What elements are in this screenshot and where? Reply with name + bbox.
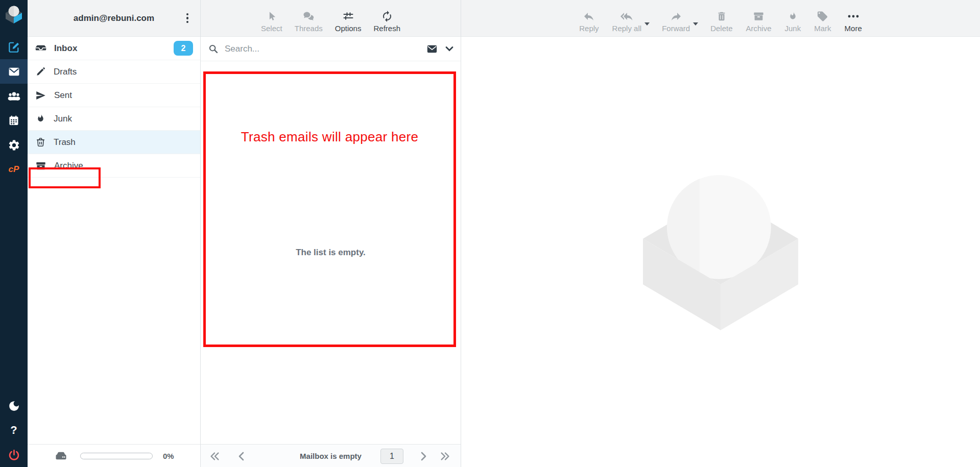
sidebar-item-cpanel[interactable]: cP <box>0 157 28 182</box>
chevron-down-icon <box>445 46 453 52</box>
folder-label: Inbox <box>54 43 77 54</box>
reply-icon <box>582 10 595 22</box>
select-button[interactable]: Select <box>261 10 282 33</box>
tool-label: Junk <box>785 24 801 33</box>
mail-toolbar: Reply Reply all Forward <box>461 0 980 37</box>
tool-label: Reply <box>579 24 599 33</box>
unread-count-badge: 2 <box>174 41 193 56</box>
mark-button[interactable]: Mark <box>814 10 831 33</box>
sidebar-item-logout[interactable] <box>0 443 28 467</box>
envelope-icon <box>426 43 438 55</box>
refresh-button[interactable]: Refresh <box>373 10 400 33</box>
folder-item-drafts[interactable]: Drafts <box>28 60 200 84</box>
quota-progressbar <box>80 453 153 459</box>
archive-icon <box>35 160 46 171</box>
list-toolbar: Select Threads Options <box>201 0 461 37</box>
tool-label: Reply all <box>612 24 642 33</box>
tool-label: Archive <box>746 24 772 33</box>
folder-label: Drafts <box>54 67 77 77</box>
delete-button[interactable]: Delete <box>710 10 732 33</box>
search-icon <box>208 43 219 55</box>
compose-icon <box>8 41 20 54</box>
sliders-icon <box>342 10 354 22</box>
message-content-pane: Reply Reply all Forward <box>461 0 980 467</box>
app-logo[interactable] <box>0 0 28 35</box>
cursor-icon <box>266 10 277 22</box>
reply-button[interactable]: Reply <box>579 10 599 33</box>
power-icon <box>8 449 20 461</box>
sidebar-item-calendar[interactable] <box>0 108 28 133</box>
sidebar-item-help[interactable]: ? <box>0 418 28 443</box>
sidebar-item-contacts[interactable] <box>0 84 28 108</box>
ellipsis-icon <box>847 10 860 22</box>
list-empty-message: The list is empty. <box>201 248 461 258</box>
pencil-icon <box>35 66 46 77</box>
tool-label: Mark <box>814 24 831 33</box>
folder-item-sent[interactable]: Sent <box>28 84 200 107</box>
tool-label: Forward <box>662 24 690 33</box>
forward-icon <box>670 10 683 22</box>
tool-label: Select <box>261 24 282 33</box>
threads-icon <box>302 10 315 22</box>
page-number-input[interactable] <box>380 449 403 464</box>
folder-item-junk[interactable]: Junk <box>28 107 200 131</box>
storage-icon <box>54 450 68 462</box>
double-chevron-right-icon <box>440 451 451 461</box>
folder-label: Archive <box>54 161 83 171</box>
next-page-button[interactable] <box>417 450 431 462</box>
threads-button[interactable]: Threads <box>295 10 323 33</box>
tool-label: More <box>845 24 862 33</box>
sidebar-item-settings[interactable] <box>0 133 28 157</box>
sidebar-item-mail[interactable] <box>0 59 28 84</box>
search-bar <box>201 37 461 61</box>
sidebar-item-dark-mode[interactable] <box>0 394 28 418</box>
help-icon: ? <box>10 424 17 437</box>
cpanel-logo-icon: cP <box>9 164 19 175</box>
tag-icon <box>817 10 828 22</box>
folder-item-archive[interactable]: Archive <box>28 154 200 178</box>
options-button[interactable]: Options <box>335 10 362 33</box>
pagination-bar: Mailbox is empty <box>201 444 461 467</box>
webmail-app: cP ? admin@rebuni.com <box>0 0 980 467</box>
archive-button[interactable]: Archive <box>746 10 772 33</box>
refresh-icon <box>381 10 393 22</box>
kebab-icon <box>186 13 189 16</box>
quota-bar: 0% <box>28 444 200 467</box>
archive-icon <box>753 10 764 22</box>
folder-label: Trash <box>54 137 76 148</box>
folder-item-inbox[interactable]: Inbox 2 <box>28 37 200 60</box>
tool-label: Options <box>335 24 362 33</box>
message-list-pane: Select Threads Options <box>201 0 461 467</box>
roundcube-logo-icon <box>4 4 24 25</box>
gear-icon <box>8 139 20 152</box>
calendar-icon <box>8 114 20 127</box>
tool-label: Delete <box>710 24 732 33</box>
trash-note-annotation-box: Trash emails will appear here <box>203 71 456 347</box>
more-button[interactable]: More <box>845 10 862 33</box>
caret-down-icon[interactable] <box>644 22 650 26</box>
roundcube-watermark-illustration <box>642 175 799 330</box>
search-scope-button[interactable] <box>426 43 453 55</box>
folder-label: Sent <box>54 90 72 101</box>
last-page-button[interactable] <box>439 450 452 462</box>
folder-list: Inbox 2 Drafts Sent Junk <box>28 37 200 444</box>
tool-label: Threads <box>295 24 323 33</box>
annotation-text: Trash emails will appear here <box>206 129 453 145</box>
flame-icon <box>787 10 798 22</box>
account-menu-button[interactable] <box>181 11 194 26</box>
reply-all-button[interactable]: Reply all <box>612 10 642 33</box>
task-sidebar: cP ? <box>0 0 28 467</box>
junk-button[interactable]: Junk <box>785 10 801 33</box>
inbox-icon <box>35 43 46 54</box>
chevron-right-icon <box>420 451 427 461</box>
sidebar-item-compose[interactable] <box>0 35 28 59</box>
account-header: admin@rebuni.com <box>28 0 200 37</box>
flame-icon <box>35 113 46 124</box>
forward-button[interactable]: Forward <box>662 10 690 33</box>
caret-down-icon[interactable] <box>693 22 698 26</box>
reply-all-icon <box>619 10 634 22</box>
tool-label: Refresh <box>373 24 400 33</box>
folder-item-trash[interactable]: Trash <box>28 131 200 154</box>
contacts-icon <box>7 90 21 103</box>
search-input[interactable] <box>225 44 420 54</box>
